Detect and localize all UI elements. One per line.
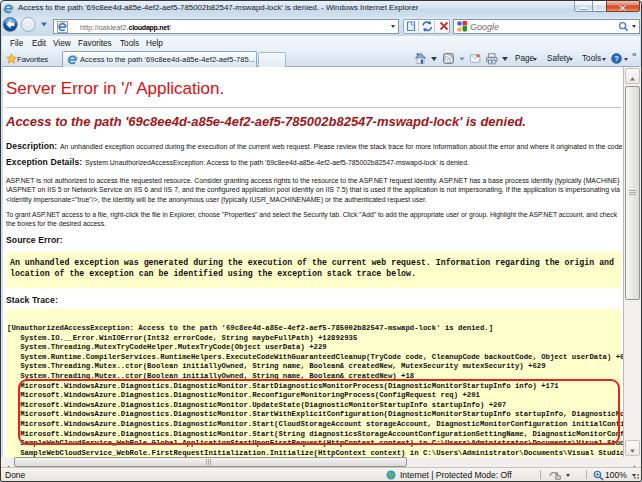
svg-text:?: ? — [614, 54, 619, 63]
